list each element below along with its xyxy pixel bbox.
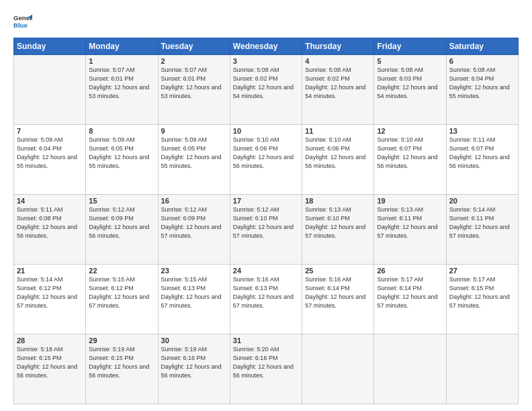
cell-info: Sunrise: 5:08 AMSunset: 6:03 PMDaylight:… xyxy=(377,66,443,101)
cell-info: Sunrise: 5:19 AMSunset: 6:15 PMDaylight:… xyxy=(89,345,154,380)
calendar-cell: 6Sunrise: 5:08 AMSunset: 6:04 PMDaylight… xyxy=(446,55,518,125)
weekday-tuesday: Tuesday xyxy=(158,38,230,55)
cell-info: Sunrise: 5:09 AMSunset: 6:04 PMDaylight:… xyxy=(17,136,83,171)
calendar-cell: 31Sunrise: 5:20 AMSunset: 6:16 PMDayligh… xyxy=(230,334,302,404)
calendar-cell: 12Sunrise: 5:10 AMSunset: 6:07 PMDayligh… xyxy=(374,125,446,195)
calendar-week-4: 21Sunrise: 5:14 AMSunset: 6:12 PMDayligh… xyxy=(14,265,519,334)
cell-info: Sunrise: 5:17 AMSunset: 6:14 PMDaylight:… xyxy=(377,275,443,310)
day-number: 29 xyxy=(89,336,154,345)
day-number: 10 xyxy=(233,127,299,135)
cell-info: Sunrise: 5:13 AMSunset: 6:11 PMDaylight:… xyxy=(377,205,443,240)
calendar-cell: 23Sunrise: 5:15 AMSunset: 6:13 PMDayligh… xyxy=(158,265,230,334)
calendar-cell: 4Sunrise: 5:08 AMSunset: 6:02 PMDaylight… xyxy=(302,55,374,125)
cell-info: Sunrise: 5:18 AMSunset: 6:15 PMDaylight:… xyxy=(17,345,83,380)
cell-info: Sunrise: 5:12 AMSunset: 6:09 PMDaylight:… xyxy=(161,205,227,240)
weekday-friday: Friday xyxy=(374,38,446,55)
cell-info: Sunrise: 5:10 AMSunset: 6:06 PMDaylight:… xyxy=(305,136,371,171)
calendar-table: SundayMondayTuesdayWednesdayThursdayFrid… xyxy=(13,38,519,404)
calendar-cell: 19Sunrise: 5:13 AMSunset: 6:11 PMDayligh… xyxy=(374,195,446,265)
day-number: 1 xyxy=(89,57,154,65)
cell-info: Sunrise: 5:08 AMSunset: 6:02 PMDaylight:… xyxy=(233,66,299,101)
day-number: 28 xyxy=(17,336,83,345)
day-number: 4 xyxy=(305,57,371,65)
cell-info: Sunrise: 5:11 AMSunset: 6:07 PMDaylight:… xyxy=(449,136,515,171)
cell-info: Sunrise: 5:12 AMSunset: 6:10 PMDaylight:… xyxy=(233,205,299,240)
calendar-cell: 30Sunrise: 5:19 AMSunset: 6:16 PMDayligh… xyxy=(158,334,230,404)
day-number: 8 xyxy=(89,127,154,135)
calendar-cell: 7Sunrise: 5:09 AMSunset: 6:04 PMDaylight… xyxy=(14,125,86,195)
cell-info: Sunrise: 5:17 AMSunset: 6:15 PMDaylight:… xyxy=(449,275,515,310)
cell-info: Sunrise: 5:16 AMSunset: 6:14 PMDaylight:… xyxy=(305,275,371,310)
day-number: 7 xyxy=(17,127,83,135)
calendar-cell xyxy=(374,334,446,404)
cell-info: Sunrise: 5:13 AMSunset: 6:10 PMDaylight:… xyxy=(305,205,371,240)
cell-info: Sunrise: 5:15 AMSunset: 6:13 PMDaylight:… xyxy=(161,275,227,310)
day-number: 30 xyxy=(161,336,227,345)
calendar-cell: 11Sunrise: 5:10 AMSunset: 6:06 PMDayligh… xyxy=(302,125,374,195)
calendar-cell: 25Sunrise: 5:16 AMSunset: 6:14 PMDayligh… xyxy=(302,265,374,334)
day-number: 23 xyxy=(161,267,227,275)
cell-info: Sunrise: 5:09 AMSunset: 6:05 PMDaylight:… xyxy=(89,136,154,171)
cell-info: Sunrise: 5:12 AMSunset: 6:09 PMDaylight:… xyxy=(89,205,154,240)
day-number: 15 xyxy=(89,197,154,205)
cell-info: Sunrise: 5:07 AMSunset: 6:01 PMDaylight:… xyxy=(89,66,154,101)
calendar-cell: 14Sunrise: 5:11 AMSunset: 6:08 PMDayligh… xyxy=(14,195,86,265)
day-number: 14 xyxy=(17,197,83,205)
day-number: 2 xyxy=(161,57,227,65)
cell-info: Sunrise: 5:09 AMSunset: 6:05 PMDaylight:… xyxy=(161,136,227,171)
calendar-cell: 26Sunrise: 5:17 AMSunset: 6:14 PMDayligh… xyxy=(374,265,446,334)
calendar-cell: 15Sunrise: 5:12 AMSunset: 6:09 PMDayligh… xyxy=(86,195,158,265)
svg-text:Blue: Blue xyxy=(13,21,28,29)
day-number: 27 xyxy=(449,267,515,275)
svg-text:General: General xyxy=(13,14,32,21)
day-number: 5 xyxy=(377,57,443,65)
calendar-cell: 9Sunrise: 5:09 AMSunset: 6:05 PMDaylight… xyxy=(158,125,230,195)
calendar-cell: 13Sunrise: 5:11 AMSunset: 6:07 PMDayligh… xyxy=(446,125,518,195)
calendar-cell: 21Sunrise: 5:14 AMSunset: 6:12 PMDayligh… xyxy=(14,265,86,334)
calendar-cell: 27Sunrise: 5:17 AMSunset: 6:15 PMDayligh… xyxy=(446,265,518,334)
calendar-cell: 29Sunrise: 5:19 AMSunset: 6:15 PMDayligh… xyxy=(86,334,158,404)
cell-info: Sunrise: 5:10 AMSunset: 6:07 PMDaylight:… xyxy=(377,136,443,171)
weekday-saturday: Saturday xyxy=(446,38,518,55)
day-number: 13 xyxy=(449,127,515,135)
cell-info: Sunrise: 5:10 AMSunset: 6:06 PMDaylight:… xyxy=(233,136,299,171)
calendar-week-5: 28Sunrise: 5:18 AMSunset: 6:15 PMDayligh… xyxy=(14,334,519,404)
calendar-cell: 16Sunrise: 5:12 AMSunset: 6:09 PMDayligh… xyxy=(158,195,230,265)
cell-info: Sunrise: 5:11 AMSunset: 6:08 PMDaylight:… xyxy=(17,205,83,240)
day-number: 31 xyxy=(233,336,299,345)
cell-info: Sunrise: 5:16 AMSunset: 6:13 PMDaylight:… xyxy=(233,275,299,310)
day-number: 3 xyxy=(233,57,299,65)
calendar-cell: 10Sunrise: 5:10 AMSunset: 6:06 PMDayligh… xyxy=(230,125,302,195)
day-number: 18 xyxy=(305,197,371,205)
calendar-cell: 5Sunrise: 5:08 AMSunset: 6:03 PMDaylight… xyxy=(374,55,446,125)
day-number: 6 xyxy=(449,57,515,65)
weekday-wednesday: Wednesday xyxy=(230,38,302,55)
day-number: 17 xyxy=(233,197,299,205)
calendar-cell: 8Sunrise: 5:09 AMSunset: 6:05 PMDaylight… xyxy=(86,125,158,195)
calendar-cell: 20Sunrise: 5:14 AMSunset: 6:11 PMDayligh… xyxy=(446,195,518,265)
weekday-sunday: Sunday xyxy=(14,38,86,55)
day-number: 11 xyxy=(305,127,371,135)
cell-info: Sunrise: 5:14 AMSunset: 6:12 PMDaylight:… xyxy=(17,275,83,310)
calendar-cell: 3Sunrise: 5:08 AMSunset: 6:02 PMDaylight… xyxy=(230,55,302,125)
calendar-cell: 17Sunrise: 5:12 AMSunset: 6:10 PMDayligh… xyxy=(230,195,302,265)
day-number: 19 xyxy=(377,197,443,205)
calendar-week-2: 7Sunrise: 5:09 AMSunset: 6:04 PMDaylight… xyxy=(14,125,519,195)
cell-info: Sunrise: 5:14 AMSunset: 6:11 PMDaylight:… xyxy=(449,205,515,240)
calendar-week-3: 14Sunrise: 5:11 AMSunset: 6:08 PMDayligh… xyxy=(14,195,519,265)
calendar-cell: 18Sunrise: 5:13 AMSunset: 6:10 PMDayligh… xyxy=(302,195,374,265)
cell-info: Sunrise: 5:20 AMSunset: 6:16 PMDaylight:… xyxy=(233,345,299,380)
cell-info: Sunrise: 5:07 AMSunset: 6:01 PMDaylight:… xyxy=(161,66,227,101)
weekday-thursday: Thursday xyxy=(302,38,374,55)
day-number: 9 xyxy=(161,127,227,135)
header: General Blue xyxy=(13,12,519,31)
day-number: 16 xyxy=(161,197,227,205)
day-number: 21 xyxy=(17,267,83,275)
calendar-cell: 28Sunrise: 5:18 AMSunset: 6:15 PMDayligh… xyxy=(14,334,86,404)
cell-info: Sunrise: 5:19 AMSunset: 6:16 PMDaylight:… xyxy=(161,345,227,380)
cell-info: Sunrise: 5:15 AMSunset: 6:12 PMDaylight:… xyxy=(89,275,154,310)
weekday-header-row: SundayMondayTuesdayWednesdayThursdayFrid… xyxy=(14,38,519,55)
calendar-week-1: 1Sunrise: 5:07 AMSunset: 6:01 PMDaylight… xyxy=(14,55,519,125)
day-number: 24 xyxy=(233,267,299,275)
calendar-cell xyxy=(14,55,86,125)
